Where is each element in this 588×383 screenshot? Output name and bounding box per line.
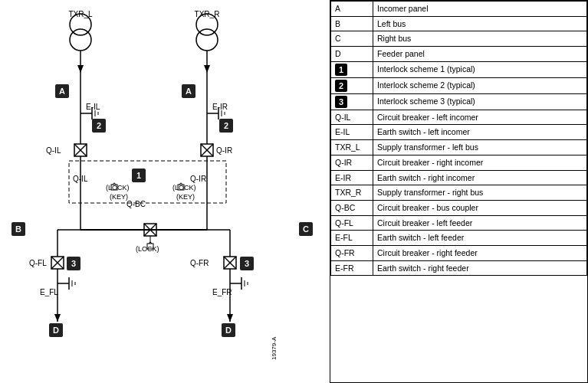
legend-code: E-FR [331, 260, 373, 276]
legend-code: 1 [331, 61, 373, 77]
legend-code: TXR_R [331, 185, 373, 201]
svg-point-4 [196, 29, 218, 51]
legend-row: 3Interlock scheme 3 (typical) [331, 93, 587, 110]
legend-description: Incomer panel [373, 2, 587, 17]
svg-text:A: A [59, 87, 65, 96]
legend-code: Q-BC [331, 200, 373, 215]
svg-text:1: 1 [136, 171, 141, 180]
svg-text:2: 2 [97, 121, 101, 130]
legend-code: Q-FL [331, 215, 373, 231]
legend-row: TXR_RSupply transformer - right bus [331, 185, 587, 201]
legend-row: E-FLEarth switch - left feeder [331, 231, 587, 246]
svg-text:D: D [53, 326, 59, 335]
legend-description: Left bus [373, 16, 587, 31]
svg-point-1 [70, 29, 91, 51]
legend-row: CRight bus [331, 31, 587, 47]
legend-row: E-FREarth switch - right feeder [331, 260, 587, 276]
legend-row: Q-FLCircuit breaker - left feeder [331, 215, 587, 231]
svg-text:19379-A: 19379-A [271, 336, 278, 360]
legend-code: Q-IL [331, 110, 373, 125]
svg-text:(KEY): (KEY) [176, 193, 195, 201]
legend-code: E-IR [331, 170, 373, 185]
svg-text:A: A [186, 87, 192, 96]
svg-marker-84 [54, 314, 61, 322]
legend-row: AIncomer panel [331, 2, 587, 17]
svg-text:E_FR: E_FR [212, 288, 232, 296]
svg-marker-102 [227, 314, 233, 322]
legend-row: BLeft bus [331, 16, 587, 31]
svg-text:TXR_R: TXR_R [195, 10, 220, 18]
legend-code: 3 [331, 93, 373, 110]
legend-row: 1Interlock scheme 1 (typical) [331, 61, 587, 77]
svg-text:Q-FL: Q-FL [29, 259, 47, 267]
svg-marker-7 [77, 65, 84, 73]
legend-row: Q-ILCircuit breaker - left incomer [331, 110, 587, 125]
svg-text:E_FL: E_FL [40, 288, 58, 296]
legend-description: Interlock scheme 3 (typical) [373, 93, 587, 110]
legend-description: Earth switch - left feeder [373, 231, 587, 246]
legend-description: Earth switch - left incomer [373, 125, 587, 140]
legend-area: AIncomer panelBLeft busCRight busDFeeder… [330, 0, 588, 383]
legend-row: TXR_LSupply transformer - left bus [331, 140, 587, 155]
legend-code: E-FL [331, 231, 373, 246]
legend-description: Interlock scheme 1 (typical) [373, 61, 587, 77]
legend-row: E-IREarth switch - right incomer [331, 170, 587, 185]
legend-description: Circuit breaker - right incomer [373, 155, 587, 170]
legend-row: Q-FRCircuit breaker - right feeder [331, 245, 587, 260]
legend-code: Q-IR [331, 155, 373, 170]
legend-description: Circuit breaker - left incomer [373, 110, 587, 125]
svg-text:Q-FR: Q-FR [190, 259, 209, 267]
svg-text:TXR_L: TXR_L [68, 10, 93, 18]
svg-text:Q-IR: Q-IR [190, 175, 206, 183]
legend-description: Circuit breaker - left feeder [373, 215, 587, 231]
legend-description: Supply transformer - right bus [373, 185, 587, 201]
svg-text:C: C [303, 224, 309, 234]
svg-text:E-IL: E-IL [86, 103, 100, 111]
legend-row: E-ILEarth switch - left incomer [331, 125, 587, 140]
svg-text:Q-IL: Q-IL [46, 146, 61, 155]
legend-row: DFeeder panel [331, 47, 587, 62]
legend-table: AIncomer panelBLeft busCRight busDFeeder… [330, 1, 587, 276]
legend-description: Circuit breaker - bus coupler [373, 200, 587, 215]
legend-code: 2 [331, 77, 373, 93]
legend-row: Q-IRCircuit breaker - right incomer [331, 155, 587, 170]
legend-description: Feeder panel [373, 47, 587, 62]
legend-description: Interlock scheme 2 (typical) [373, 77, 587, 93]
svg-text:Q-IR: Q-IR [216, 146, 232, 155]
legend-description: Right bus [373, 31, 587, 47]
svg-marker-9 [204, 65, 210, 73]
diagram-area: TXR_L TXR_R A A E-IL E-IR [0, 0, 330, 383]
legend-code: Q-FR [331, 245, 373, 260]
legend-code: D [331, 47, 373, 62]
legend-description: Supply transformer - left bus [373, 140, 587, 155]
svg-text:D: D [225, 326, 232, 335]
legend-code: A [331, 2, 373, 17]
legend-description: Earth switch - right feeder [373, 260, 587, 276]
legend-description: Earth switch - right incomer [373, 170, 587, 185]
svg-text:2: 2 [224, 121, 228, 130]
svg-text:B: B [15, 224, 21, 234]
legend-description: Circuit breaker - right feeder [373, 245, 587, 260]
svg-text:E-IR: E-IR [212, 103, 228, 111]
svg-text:3: 3 [245, 259, 249, 268]
legend-code: B [331, 16, 373, 31]
legend-code: C [331, 31, 373, 47]
svg-text:(KEY): (KEY) [110, 193, 128, 201]
svg-text:3: 3 [71, 259, 76, 268]
legend-row: 2Interlock scheme 2 (typical) [331, 77, 587, 93]
legend-code: E-IL [331, 125, 373, 140]
svg-text:Q-BC: Q-BC [126, 200, 146, 208]
legend-code: TXR_L [331, 140, 373, 155]
legend-row: Q-BCCircuit breaker - bus coupler [331, 200, 587, 215]
